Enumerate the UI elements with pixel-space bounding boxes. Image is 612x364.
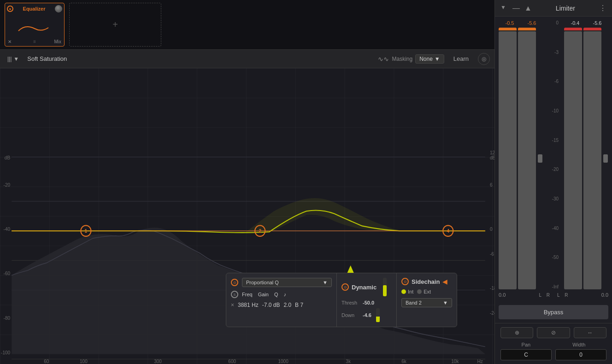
sidechain-arrow-btn[interactable]: ◀	[442, 278, 447, 285]
stereo-icon: ↔	[587, 329, 593, 336]
left-meter-slider[interactable]	[537, 28, 543, 289]
down-value[interactable]: -4.6	[363, 312, 371, 318]
limiter-header: ▼ — ▲ Limiter ⋮	[495, 0, 612, 17]
eq-band-power-icon[interactable]: ⊙	[231, 279, 238, 286]
svg-text:-24: -24	[490, 311, 494, 316]
int-label: Int	[408, 289, 413, 294]
dynamic-level-bar	[383, 278, 387, 296]
meters-section: -0.5 -5.6	[495, 17, 612, 301]
bottom-controls: ⊕ ⊘ ↔ Pan Width C 0	[495, 323, 612, 364]
eq-preset-name: Soft Saturation	[27, 55, 67, 62]
eq-gain-value[interactable]: -7.0 dB	[262, 302, 280, 308]
eq-dynamic-panel: ⊙ Dynamic Thresh -50.0 Down -4.6	[337, 273, 397, 327]
freq-label: Freq	[242, 292, 253, 297]
plugin-mix-label: Mix	[54, 39, 61, 44]
pan-width-btn-row: ⊕ ⊘ ↔	[500, 327, 606, 338]
headphone-btn[interactable]: ◎	[478, 53, 490, 65]
pan-label: Pan	[522, 342, 531, 347]
bypass-btn[interactable]: Bypass	[499, 305, 608, 319]
pan-value-box[interactable]: C	[500, 349, 552, 360]
dynamic-power-icon[interactable]: ⊙	[341, 283, 349, 291]
left-meter-bottom-val: -5.6	[528, 20, 536, 26]
plugin-chain: ● Equalizer ✕ ⠿ Mix +	[0, 0, 494, 50]
svg-text:1: 1	[85, 229, 88, 234]
svg-text:-100: -100	[1, 350, 10, 355]
plugin-slot-equalizer[interactable]: ● Equalizer ✕ ⠿ Mix	[5, 3, 65, 47]
plugin-close-btn[interactable]: ✕	[8, 39, 12, 44]
svg-text:-60: -60	[4, 271, 11, 276]
limiter-collapse-btn[interactable]: —	[512, 4, 520, 12]
svg-text:12: 12	[490, 150, 494, 155]
svg-text:Hz: Hz	[477, 359, 483, 364]
width-label: Width	[572, 342, 585, 347]
grid-icon: |||	[7, 56, 12, 62]
svg-text:-6: -6	[490, 251, 494, 256]
eq-solo-icon[interactable]: S	[231, 291, 238, 298]
note-label: ♪	[283, 292, 286, 297]
grid-chevron: ▼	[13, 56, 19, 62]
masking-section: ∿∿ Masking None ▼	[378, 54, 444, 64]
right-meter-slider[interactable]	[603, 28, 608, 289]
sidechain-int-option[interactable]: Int	[401, 289, 413, 294]
learn-btn[interactable]: Learn	[450, 54, 472, 64]
svg-text:dB: dB	[490, 155, 494, 160]
meter-bottom-labels: 0.0 L R L R 0.0	[499, 292, 608, 298]
limiter-menu-btn[interactable]: ⋮	[599, 4, 606, 12]
left-meter-bars	[499, 28, 543, 289]
thresh-label: Thresh	[341, 300, 360, 305]
link-btn[interactable]: ⊕	[500, 327, 533, 338]
eq-note-value[interactable]: B 7	[295, 302, 303, 308]
plugin-mix-knob[interactable]	[55, 5, 62, 12]
band-select-dropdown: ▼	[443, 300, 448, 305]
svg-text:-80: -80	[4, 315, 11, 320]
sidechain-ext-option[interactable]: Ext	[417, 289, 431, 294]
plugin-curve-display	[16, 12, 53, 44]
eq-q-value[interactable]: 2.0	[283, 302, 291, 308]
svg-text:300: 300	[154, 359, 162, 364]
band-select-value: Band 2	[406, 300, 422, 305]
phase-btn[interactable]: ⊘	[537, 327, 570, 338]
headphone-icon: ◎	[482, 56, 486, 62]
svg-text:-20: -20	[4, 182, 11, 188]
bypass-label: Bypass	[544, 309, 564, 316]
eq-filter-type-select[interactable]: Proportional Q ▼	[242, 278, 332, 287]
svg-text:100: 100	[80, 359, 88, 364]
eq-toolbar: ||| ▼ Soft Saturation ∿∿ Masking None ▼ …	[0, 50, 494, 68]
right-meter-bottom-val: -5.6	[593, 20, 602, 26]
stereo-btn[interactable]: ↔	[574, 327, 606, 338]
masking-chevron: ▼	[435, 56, 440, 62]
plugin-drag-handle[interactable]: ⠿	[33, 40, 36, 44]
grid-toggle-btn[interactable]: ||| ▼	[5, 54, 22, 64]
eq-band-popup: ⊙ Proportional Q ▼ S Freq Gain Q ♪	[226, 273, 457, 327]
limiter-title: Limiter	[556, 5, 575, 12]
limiter-prev-btn[interactable]: ▼	[500, 4, 506, 12]
pan-width-labels: Pan Width	[500, 342, 606, 347]
svg-text:1000: 1000	[278, 359, 288, 364]
eq-freq-value[interactable]: 3881 Hz	[238, 302, 259, 308]
plugin-power-btn[interactable]: ●	[7, 6, 13, 12]
limiter-expand-btn[interactable]: ▲	[524, 4, 532, 12]
svg-text:-40: -40	[4, 227, 11, 232]
svg-text:2: 2	[259, 229, 261, 234]
svg-text:3k: 3k	[346, 359, 351, 364]
svg-text:600: 600	[228, 359, 236, 364]
pan-width-values: C 0	[500, 349, 606, 360]
sidechain-band-select[interactable]: Band 2 ▼	[401, 298, 452, 307]
sidechain-title: Sidechain	[412, 278, 440, 285]
filter-type-value: Proportional Q	[246, 280, 279, 285]
svg-text:60: 60	[44, 359, 49, 364]
plugin-name: Equalizer	[23, 6, 46, 12]
masking-label: Masking	[392, 56, 412, 62]
masking-dropdown[interactable]: None ▼	[415, 54, 444, 64]
pan-value: C	[524, 352, 528, 358]
width-value-box[interactable]: 0	[555, 349, 606, 360]
q-label: Q	[274, 292, 278, 297]
add-plugin-btn[interactable]: +	[69, 3, 161, 47]
sidechain-power-icon[interactable]: ⊙	[401, 278, 409, 285]
svg-text:6: 6	[490, 182, 493, 188]
eq-display[interactable]: 1 2 3 4 dB -20 -40 -60 -80 -100	[0, 68, 494, 364]
down-label: Down	[341, 312, 360, 318]
svg-text:dB: dB	[5, 155, 10, 160]
eq-popup-close-btn[interactable]: ×	[231, 302, 234, 308]
thresh-value[interactable]: -50.0	[363, 300, 374, 305]
